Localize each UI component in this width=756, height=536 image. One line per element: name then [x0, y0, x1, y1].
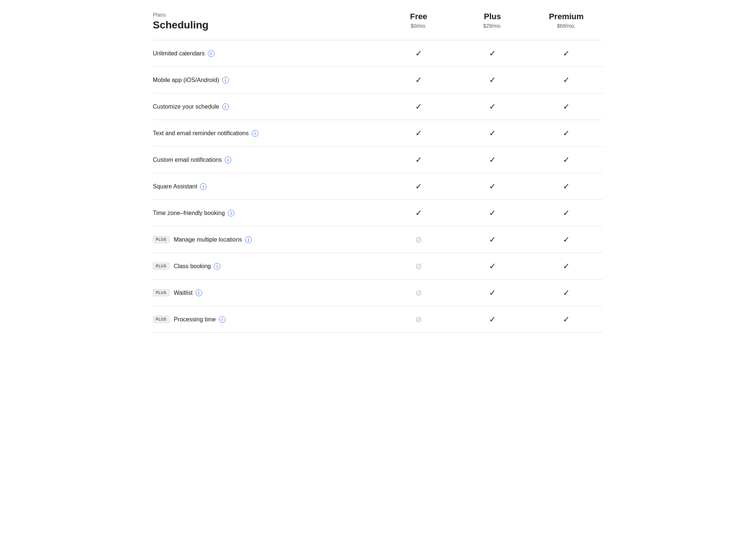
check-cell: ✓: [382, 102, 456, 112]
checkmark-icon: ✓: [563, 235, 570, 245]
plan-price-free: $0/mo.: [382, 23, 456, 29]
checkmark-icon: ✓: [489, 102, 496, 112]
checkmark-icon: ✓: [489, 235, 496, 245]
check-cell: ✓: [456, 102, 529, 112]
feature-name: Time zone–friendly booking: [153, 210, 225, 216]
info-icon[interactable]: i: [214, 263, 220, 270]
no-cell: ⊘: [382, 288, 456, 298]
feature-name: Text and email reminder notifications: [153, 130, 249, 137]
feature-label-cell: PLUSClass bookingi: [153, 263, 382, 270]
check-cell: ✓: [456, 262, 529, 271]
info-icon[interactable]: i: [208, 50, 214, 57]
checkmark-icon: ✓: [563, 49, 570, 58]
no-icon: ⊘: [415, 235, 422, 245]
feature-label-cell: PLUSWaitlisti: [153, 289, 382, 296]
check-cell: ✓: [382, 129, 456, 138]
plan-price-premium: $69/mo.: [529, 23, 603, 29]
info-icon[interactable]: i: [222, 103, 229, 110]
feature-row: PLUSManage multiple locationsi⊘✓✓: [153, 226, 603, 253]
checkmark-icon: ✓: [489, 49, 496, 58]
info-icon[interactable]: i: [245, 236, 252, 243]
feature-check-cells: ✓✓✓: [382, 208, 603, 218]
no-icon: ⊘: [415, 315, 422, 324]
check-cell: ✓: [456, 155, 529, 165]
check-cell: ✓: [456, 129, 529, 138]
page-title: Scheduling: [153, 19, 382, 31]
feature-check-cells: ✓✓✓: [382, 49, 603, 58]
plus-badge: PLUS: [153, 263, 169, 270]
info-icon[interactable]: i: [219, 316, 226, 323]
feature-label-cell: Time zone–friendly bookingi: [153, 210, 382, 216]
feature-check-cells: ⊘✓✓: [382, 288, 603, 298]
feature-row: Square Assistanti✓✓✓: [153, 173, 603, 200]
checkmark-icon: ✓: [563, 208, 570, 218]
check-cell: ✓: [529, 288, 603, 298]
checkmark-icon: ✓: [563, 75, 570, 85]
checkmark-icon: ✓: [563, 129, 570, 138]
checkmark-icon: ✓: [415, 102, 422, 112]
check-cell: ✓: [456, 75, 529, 85]
info-icon[interactable]: i: [225, 157, 231, 163]
feature-check-cells: ⊘✓✓: [382, 262, 603, 271]
feature-check-cells: ⊘✓✓: [382, 235, 603, 245]
info-icon[interactable]: i: [252, 130, 258, 137]
check-cell: ✓: [382, 208, 456, 218]
check-cell: ✓: [382, 75, 456, 85]
check-cell: ✓: [529, 182, 603, 191]
check-cell: ✓: [456, 208, 529, 218]
check-cell: ✓: [456, 288, 529, 298]
checkmark-icon: ✓: [415, 129, 422, 138]
feature-row: Unlimited calendarsi✓✓✓: [153, 40, 603, 67]
check-cell: ✓: [382, 155, 456, 165]
check-cell: ✓: [456, 235, 529, 245]
info-icon[interactable]: i: [196, 290, 202, 296]
no-cell: ⊘: [382, 235, 456, 245]
feature-label-cell: PLUSProcessing timei: [153, 316, 382, 323]
feature-row: PLUSWaitlisti⊘✓✓: [153, 280, 603, 306]
plan-price-plus: $29/mo.: [456, 23, 529, 29]
info-icon[interactable]: i: [222, 77, 229, 83]
info-icon[interactable]: i: [200, 183, 207, 190]
feature-name: Manage multiple locations: [174, 236, 242, 243]
checkmark-icon: ✓: [415, 155, 422, 165]
check-cell: ✓: [529, 129, 603, 138]
checkmark-icon: ✓: [489, 182, 496, 191]
feature-label-cell: PLUSManage multiple locationsi: [153, 236, 382, 243]
feature-label-cell: Custom email notificationsi: [153, 157, 382, 163]
checkmark-icon: ✓: [415, 182, 422, 191]
feature-label-cell: Square Assistanti: [153, 183, 382, 190]
feature-check-cells: ✓✓✓: [382, 129, 603, 138]
check-cell: ✓: [529, 75, 603, 85]
plus-badge: PLUS: [153, 289, 169, 296]
checkmark-icon: ✓: [415, 49, 422, 58]
header-cols: Free $0/mo. Plus $29/mo. Premium $69/mo.: [382, 12, 603, 29]
info-icon[interactable]: i: [228, 210, 234, 216]
plus-badge: PLUS: [153, 316, 169, 323]
checkmark-icon: ✓: [415, 208, 422, 218]
feature-check-cells: ✓✓✓: [382, 182, 603, 191]
feature-name: Waitlist: [174, 290, 193, 296]
checkmark-icon: ✓: [563, 262, 570, 271]
plan-name-plus: Plus: [456, 12, 529, 21]
header-col-premium: Premium $69/mo.: [529, 12, 603, 29]
check-cell: ✓: [529, 235, 603, 245]
plus-badge: PLUS: [153, 236, 169, 243]
check-cell: ✓: [382, 49, 456, 58]
check-cell: ✓: [529, 208, 603, 218]
feature-check-cells: ✓✓✓: [382, 155, 603, 165]
check-cell: ✓: [529, 102, 603, 112]
no-icon: ⊘: [415, 288, 422, 298]
plan-name-premium: Premium: [529, 12, 603, 21]
checkmark-icon: ✓: [489, 75, 496, 85]
page-container: Plans Scheduling Free $0/mo. Plus $29/mo…: [138, 0, 618, 345]
feature-row: Customize your schedulei✓✓✓: [153, 93, 603, 120]
feature-check-cells: ✓✓✓: [382, 102, 603, 112]
feature-name: Square Assistant: [153, 183, 197, 190]
features-table: Unlimited calendarsi✓✓✓Mobile app (iOS/A…: [153, 40, 603, 333]
checkmark-icon: ✓: [489, 315, 496, 324]
checkmark-icon: ✓: [563, 315, 570, 324]
checkmark-icon: ✓: [489, 129, 496, 138]
header-col-free: Free $0/mo.: [382, 12, 456, 29]
checkmark-icon: ✓: [489, 288, 496, 298]
check-cell: ✓: [529, 262, 603, 271]
